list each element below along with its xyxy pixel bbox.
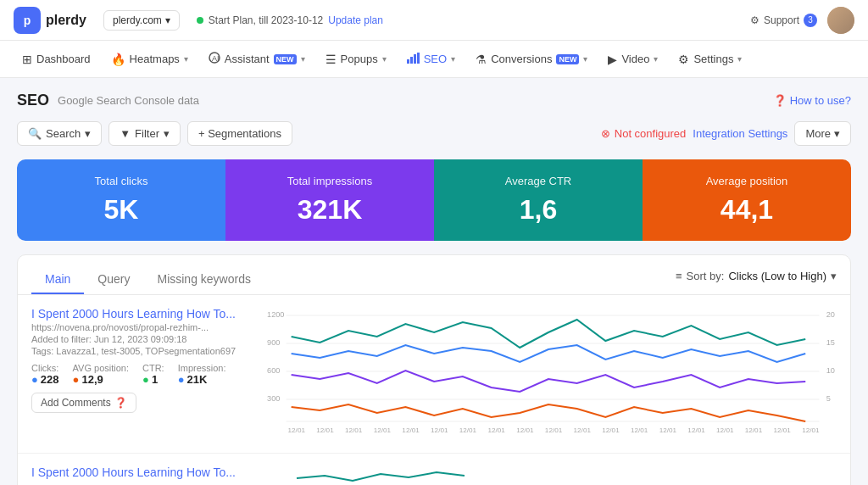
avatar[interactable] [827,7,854,34]
stat-label-clicks: Total clicks [34,175,209,187]
logo-text: plerdy [46,13,86,28]
chart-area: 1200 900 600 300 20 15 10 5 [265,307,837,441]
error-icon: ⊗ [601,127,610,140]
nav-item-conversions[interactable]: ⚗ Conversions NEW ▾ [467,47,596,71]
add-comment-button[interactable]: Add Comments ❓ [31,393,136,413]
svg-text:AI: AI [212,54,220,63]
chevron-down-icon: ▾ [165,14,170,26]
result-title-2[interactable]: I Spent 2000 Hours Learning How To... [31,465,243,479]
chevron-down-icon: ▾ [382,54,387,64]
nav-item-video[interactable]: ▶ Video ▾ [599,47,666,71]
sort-area[interactable]: ≡ Sort by: Clicks (Low to High) ▾ [676,270,837,282]
nav-item-assistant[interactable]: AI Assistant NEW ▾ [200,47,314,71]
nav-label-heatmaps: Heatmaps [130,53,180,65]
svg-text:5: 5 [826,394,831,403]
nav-item-popups[interactable]: ☰ Popups ▾ [317,47,395,71]
stat-value-ctr: 1,6 [451,194,626,226]
stat-total-impressions: Total impressions 321K [225,159,434,241]
stat-label-position: Average position [659,175,834,187]
dot-blue: ● [31,373,38,386]
stats-grid: Total clicks 5K Total impressions 321K A… [17,159,851,241]
svg-text:12/01: 12/01 [631,426,648,434]
page-subtitle: Google Search Console data [58,94,199,107]
not-configured-status: ⊗ Not configured [601,127,687,140]
integration-settings-link[interactable]: Integration Settings [693,127,787,140]
metric-avg-position: AVG position: ●12,9 [73,363,129,386]
chevron-down-icon: ▾ [85,127,91,140]
segmentations-button[interactable]: + Segmentations [187,121,292,146]
chevron-down-icon: ▾ [184,54,188,64]
nav-item-dashboard[interactable]: ⊞ Dashboard [14,47,99,71]
svg-text:12/01: 12/01 [374,426,392,434]
more-button[interactable]: More ▾ [794,121,851,146]
svg-text:300: 300 [267,394,280,403]
svg-text:1200: 1200 [267,310,284,319]
page-header: SEO Google Search Console data ❓ How to … [17,92,851,109]
nav-label-seo: SEO [424,53,447,65]
stat-label-ctr: Average CTR [451,175,626,187]
dashboard-icon: ⊞ [22,53,32,66]
assistant-icon: AI [209,52,220,66]
chevron-down-icon: ▾ [654,54,658,64]
domain-selector[interactable]: plerdy.com ▾ [103,10,180,31]
plan-text: Start Plan, till 2023-10-12 [209,14,323,26]
svg-text:12/01: 12/01 [316,426,334,434]
result-left: I Spent 2000 Hours Learning How To... ht… [31,307,252,441]
settings-icon: ⚙ [678,53,689,66]
result-item: I Spent 2000 Hours Learning How To... ht… [18,295,850,454]
chart-area-2 [265,465,837,485]
how-to-use-link[interactable]: ❓ How to use? [773,94,851,107]
sort-label: Sort by: [687,270,725,282]
tabs-bar: Main Query Missing keywords ≡ Sort by: C… [18,255,850,295]
svg-rect-3 [410,57,413,64]
svg-text:900: 900 [267,338,280,347]
stat-avg-ctr: Average CTR 1,6 [434,159,643,241]
svg-text:12/01: 12/01 [459,426,477,434]
support-button[interactable]: ⚙ Support 3 [750,14,817,27]
tab-query[interactable]: Query [84,265,143,294]
nav-item-settings[interactable]: ⚙ Settings ▾ [670,47,750,71]
stat-value-impressions: 321K [242,194,417,226]
domain-value: plerdy.com [113,14,162,26]
plan-badge: Start Plan, till 2023-10-12 Update plan [197,14,383,26]
update-plan-link[interactable]: Update plan [328,14,383,26]
search-button[interactable]: 🔍 Search ▾ [17,121,102,146]
result-tags: Tags: Lavazza1, test-3005, TOPsegmentati… [31,346,252,356]
result-metrics: Clicks: ●228 AVG position: ●12,9 CTR: ●1… [31,363,252,386]
svg-text:12/01: 12/01 [773,426,791,434]
nav-label-assistant: Assistant [225,53,270,65]
svg-text:12/01: 12/01 [345,426,363,434]
toolbar: 🔍 Search ▾ ▼ Filter ▾ + Segmentations ⊗ … [17,121,851,146]
page-title: SEO [17,92,49,109]
filter-button[interactable]: ▼ Filter ▾ [108,121,181,146]
tabs-left: Main Query Missing keywords [31,265,264,294]
chevron-down-icon: ▾ [451,54,455,64]
page-content: SEO Google Search Console data ❓ How to … [0,78,868,485]
stat-avg-position: Average position 44,1 [643,159,851,241]
nav-item-seo[interactable]: SEO ▾ [398,47,464,71]
sort-icon: ≡ [676,270,682,282]
seo-icon [407,53,420,66]
svg-text:12/01: 12/01 [487,426,505,434]
tab-missing-keywords[interactable]: Missing keywords [143,265,264,294]
support-label: Support [764,14,799,26]
svg-text:12/01: 12/01 [545,426,563,434]
svg-text:600: 600 [267,366,280,375]
stat-total-clicks: Total clicks 5K [17,159,225,241]
svg-text:12/01: 12/01 [745,426,763,434]
main-nav: ⊞ Dashboard 🔥 Heatmaps ▾ AI Assistant NE… [0,41,868,78]
result-title[interactable]: I Spent 2000 Hours Learning How To... [31,307,243,321]
dot-blue-2: ● [178,373,185,386]
result-url: https://novena.pro/novosti/propal-rezhim… [31,322,243,332]
popups-icon: ☰ [326,53,337,66]
chevron-down-icon: ▾ [301,54,305,64]
svg-text:12/01: 12/01 [602,426,620,434]
filter-icon: ▼ [120,127,131,140]
svg-text:12/01: 12/01 [574,426,592,434]
tab-main[interactable]: Main [31,265,84,294]
toolbar-right: ⊗ Not configured Integration Settings Mo… [601,121,851,146]
logo-icon: p [14,7,41,34]
nav-label-dashboard: Dashboard [36,53,91,65]
nav-label-conversions: Conversions [491,53,552,65]
nav-item-heatmaps[interactable]: 🔥 Heatmaps ▾ [103,47,197,71]
